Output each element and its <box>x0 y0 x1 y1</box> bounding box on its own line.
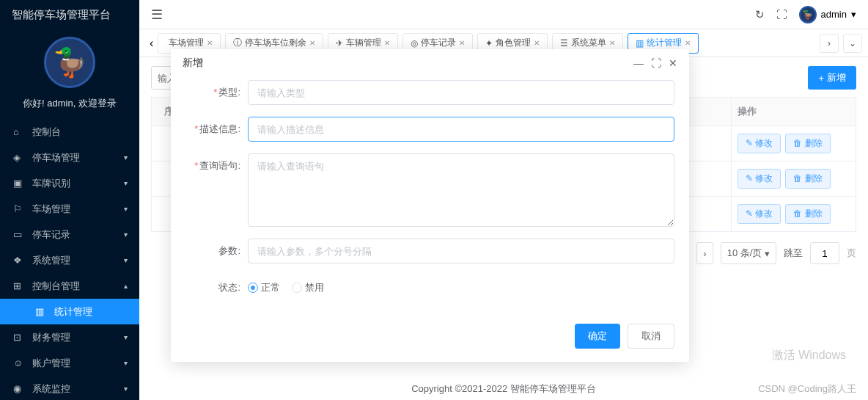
close-icon[interactable]: ✕ <box>669 57 677 69</box>
param-label: 参数: <box>218 245 240 256</box>
cancel-button[interactable]: 取消 <box>628 324 674 349</box>
query-label: 查询语句: <box>199 160 240 171</box>
type-label: 类型: <box>218 87 240 98</box>
dialog-title: 新增 <box>183 57 203 70</box>
maximize-icon[interactable]: ⛶ <box>651 57 661 69</box>
status-label: 状态: <box>218 282 240 293</box>
param-input[interactable] <box>248 239 674 263</box>
status-normal-radio[interactable]: 正常 <box>248 281 280 294</box>
query-input[interactable] <box>248 153 674 227</box>
desc-label: 描述信息: <box>199 123 240 134</box>
add-dialog: 新增 — ⛶ ✕ *类型: *描述信息: *查询语句: 参数: <box>171 49 689 362</box>
type-input[interactable] <box>248 80 674 105</box>
desc-input[interactable] <box>248 117 674 142</box>
minimize-icon[interactable]: — <box>633 57 644 69</box>
confirm-button[interactable]: 确定 <box>575 324 620 349</box>
status-disabled-radio[interactable]: 禁用 <box>292 281 324 294</box>
